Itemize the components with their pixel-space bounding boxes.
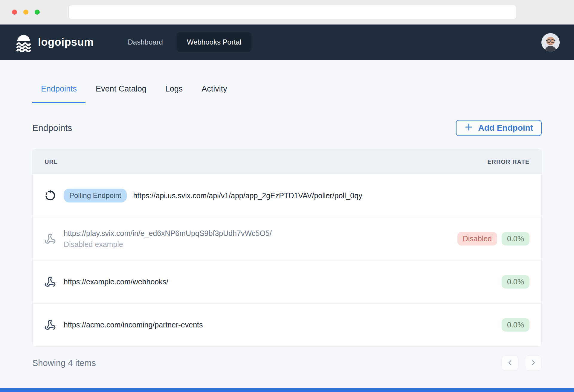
- bottom-accent-bar: [0, 388, 574, 392]
- tab-logs[interactable]: Logs: [157, 84, 192, 103]
- webhook-icon: [45, 233, 56, 245]
- add-endpoint-button[interactable]: Add Endpoint: [456, 120, 542, 136]
- tab-event-catalog[interactable]: Event Catalog: [87, 84, 155, 103]
- error-rate-badge: 0.0%: [502, 275, 529, 289]
- endpoint-description: Disabled example: [64, 240, 272, 249]
- browser-chrome: [0, 0, 574, 25]
- brand-logo: logoipsum: [14, 33, 94, 52]
- chevron-left-icon: [507, 359, 513, 367]
- disabled-status-badge: Disabled: [457, 232, 497, 245]
- polling-icon: [45, 190, 56, 201]
- chevron-right-icon: [530, 359, 537, 367]
- table-row-endpoint[interactable]: https://acme.com/incoming/partner-events…: [33, 303, 541, 346]
- endpoint-url: https://play.svix.com/in/e_ed6xNP6mUpqS9…: [64, 229, 272, 238]
- error-rate-badge: 0.0%: [502, 232, 529, 245]
- next-page-button[interactable]: [525, 356, 542, 371]
- portal-tabs: Endpoints Event Catalog Logs Activity: [32, 84, 542, 103]
- tab-endpoints[interactable]: Endpoints: [32, 84, 86, 103]
- nav-link-dashboard[interactable]: Dashboard: [118, 32, 173, 52]
- traffic-lights: [12, 10, 40, 15]
- minimize-window-button[interactable]: [23, 10, 28, 15]
- column-header-error-rate: ERROR RATE: [487, 158, 529, 165]
- error-rate-badge: 0.0%: [502, 318, 529, 332]
- webhook-icon: [45, 276, 56, 288]
- tab-activity[interactable]: Activity: [193, 84, 236, 103]
- row-badges: 0.0%: [502, 275, 529, 289]
- zoom-window-button[interactable]: [35, 10, 40, 15]
- endpoint-url: https://example.com/webhooks/: [64, 277, 168, 286]
- close-window-button[interactable]: [12, 10, 17, 15]
- items-count-summary: Showing 4 items: [32, 358, 96, 368]
- add-endpoint-label: Add Endpoint: [478, 123, 533, 133]
- endpoint-url-block: https://play.svix.com/in/e_ed6xNP6mUpqS9…: [64, 229, 272, 249]
- user-avatar[interactable]: [541, 33, 560, 51]
- logoipsum-icon: [14, 33, 33, 52]
- address-bar[interactable]: [68, 5, 516, 19]
- page-header: Endpoints Add Endpoint: [32, 120, 542, 136]
- table-footer: Showing 4 items: [32, 356, 542, 371]
- table-row-endpoint-disabled[interactable]: https://play.svix.com/in/e_ed6xNP6mUpqS9…: [33, 217, 541, 260]
- plus-icon: [465, 123, 473, 133]
- previous-page-button[interactable]: [502, 356, 518, 371]
- pagination: [502, 356, 542, 371]
- polling-endpoint-badge: Polling Endpoint: [64, 189, 127, 202]
- table-header: URL ERROR RATE: [33, 150, 541, 174]
- nav-link-webhooks-portal[interactable]: Webhooks Portal: [177, 32, 251, 52]
- endpoint-url: https://acme.com/incoming/partner-events: [64, 321, 203, 329]
- page-title: Endpoints: [32, 123, 72, 133]
- row-badges: Disabled 0.0%: [457, 232, 529, 245]
- webhook-icon: [45, 319, 56, 331]
- endpoints-table: URL ERROR RATE Polling Endpoint https://…: [32, 149, 542, 347]
- table-row-endpoint[interactable]: https://example.com/webhooks/ 0.0%: [33, 260, 541, 303]
- row-badges: 0.0%: [502, 318, 529, 332]
- brand-name: logoipsum: [38, 36, 94, 48]
- table-row-polling-endpoint[interactable]: Polling Endpoint https://api.us.svix.com…: [33, 174, 541, 217]
- top-navbar: logoipsum Dashboard Webhooks Portal: [0, 25, 574, 60]
- endpoint-url: https://api.us.svix.com/api/v1/app/app_2…: [133, 191, 362, 200]
- portal-content: Endpoints Event Catalog Logs Activity En…: [0, 84, 574, 371]
- column-header-url: URL: [45, 158, 58, 165]
- nav-links: Dashboard Webhooks Portal: [118, 32, 252, 52]
